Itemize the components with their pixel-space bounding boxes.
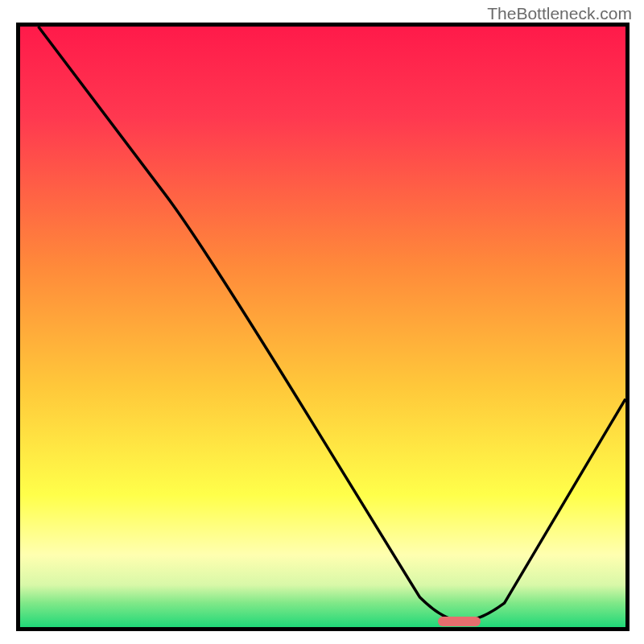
- bottleneck-curve: [20, 27, 625, 627]
- optimal-marker: [438, 617, 481, 626]
- watermark-text: TheBottleneck.com: [487, 4, 632, 23]
- bottleneck-chart: [16, 23, 630, 631]
